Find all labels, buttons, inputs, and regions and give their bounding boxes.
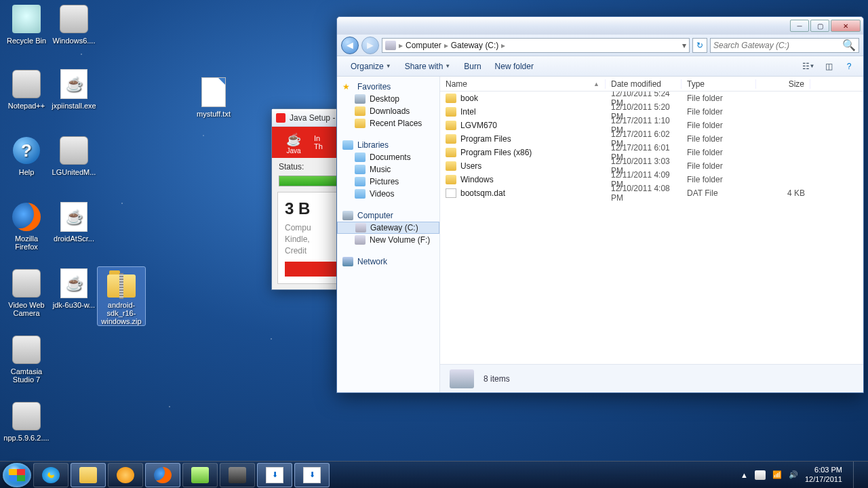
explorer-toolbar: Organize▼ Share with▼ Burn New folder ☷▼… bbox=[337, 56, 863, 77]
nav-gateway-c[interactable]: Gateway (C:) bbox=[337, 222, 439, 234]
maximize-button[interactable]: ▢ bbox=[810, 20, 829, 32]
help-button[interactable]: ? bbox=[842, 60, 856, 73]
start-button[interactable] bbox=[3, 463, 31, 487]
folder-icon bbox=[446, 94, 456, 103]
nav-computer[interactable]: Computer bbox=[337, 209, 439, 222]
ie-icon bbox=[42, 467, 60, 483]
file-name: bootsqm.dat bbox=[460, 188, 505, 198]
organize-menu[interactable]: Organize▼ bbox=[344, 62, 398, 71]
breadcrumb-computer[interactable]: Computer bbox=[406, 41, 441, 50]
network-icon[interactable]: 📶 bbox=[772, 470, 782, 479]
taskbar[interactable]: ⬇ ⬇ ▲ 📶 🔊 6:03 PM 12/17/2011 bbox=[0, 461, 868, 488]
desktop-icon bbox=[355, 94, 366, 104]
taskbar-media-player[interactable] bbox=[108, 463, 143, 487]
file-type: DAT File bbox=[682, 188, 756, 198]
system-tray[interactable]: ▲ 📶 🔊 6:03 PM 12/17/2011 bbox=[741, 462, 865, 489]
file-name: Intel bbox=[460, 107, 476, 117]
volume-icon[interactable]: 🔊 bbox=[789, 470, 798, 479]
nav-new-volume-f[interactable]: New Volume (F:) bbox=[337, 234, 439, 246]
taskbar-explorer[interactable] bbox=[71, 463, 106, 487]
file-type: File folder bbox=[682, 148, 756, 157]
show-desktop-button[interactable] bbox=[853, 462, 861, 489]
col-size[interactable]: Size bbox=[756, 79, 810, 89]
nav-libraries[interactable]: Libraries bbox=[337, 139, 439, 151]
share-with-menu[interactable]: Share with▼ bbox=[398, 62, 458, 71]
folder-icon bbox=[446, 161, 456, 171]
col-date[interactable]: Date modified bbox=[606, 79, 682, 89]
preview-pane-button[interactable]: ◫ bbox=[821, 60, 836, 73]
breadcrumb-drive[interactable]: Gateway (C:) bbox=[451, 41, 499, 50]
desktop-icon-label: Notepad++ bbox=[3, 102, 50, 110]
file-name: Program Files (x86) bbox=[460, 148, 532, 157]
app-icon bbox=[10, 400, 43, 432]
desktop-icon-npp-5-9-6-2-[interactable]: npp.5.9.6.2.... bbox=[3, 400, 50, 442]
nav-desktop[interactable]: Desktop bbox=[337, 93, 439, 105]
network-icon bbox=[342, 257, 353, 266]
taskbar-camera[interactable] bbox=[220, 463, 255, 487]
folder-icon bbox=[355, 119, 366, 128]
file-row[interactable]: bootsqm.dat12/10/2011 4:08 PMDAT File4 K… bbox=[440, 186, 863, 200]
col-name[interactable]: Name▲ bbox=[440, 79, 606, 89]
col-type[interactable]: Type bbox=[682, 79, 756, 89]
breadcrumb-dropdown-icon[interactable]: ▾ bbox=[682, 41, 686, 50]
nav-documents[interactable]: Documents bbox=[337, 151, 439, 163]
desktop-icon-mystuff-txt[interactable]: mystuff.txt bbox=[190, 76, 237, 118]
installer-icon: ⬇ bbox=[303, 467, 321, 483]
folder-icon bbox=[355, 106, 366, 116]
nav-network[interactable]: Network bbox=[337, 256, 439, 268]
desktop-icon-droidatscr-[interactable]: ☕droidAtScr... bbox=[50, 201, 98, 243]
file-date: 12/10/2011 4:08 PM bbox=[606, 184, 682, 203]
back-button[interactable]: ◄ bbox=[341, 37, 359, 54]
pictures-icon bbox=[355, 177, 366, 186]
desktop-icon-windows6-[interactable]: Windows6.... bbox=[50, 3, 98, 45]
new-folder-button[interactable]: New folder bbox=[488, 62, 540, 71]
desktop-icon-jxpiinstall-exe[interactable]: ☕jxpiinstall.exe bbox=[50, 68, 98, 110]
desktop-icon-label: LGUnitedM... bbox=[50, 168, 98, 176]
file-type: File folder bbox=[682, 107, 756, 117]
desktop-icon-video-web-camera[interactable]: Video Web Camera bbox=[3, 267, 50, 317]
nav-recent-places[interactable]: Recent Places bbox=[337, 117, 439, 129]
search-input[interactable] bbox=[713, 41, 842, 50]
close-button[interactable]: ✕ bbox=[831, 20, 861, 32]
explorer-titlebar[interactable]: ─ ▢ ✕ bbox=[337, 17, 863, 35]
status-bar: 8 items bbox=[440, 364, 863, 392]
nav-videos[interactable]: Videos bbox=[337, 188, 439, 200]
refresh-button[interactable]: ↻ bbox=[692, 38, 707, 53]
minimize-button[interactable]: ─ bbox=[790, 20, 809, 32]
desktop-icon-mozilla-firefox[interactable]: Mozilla Firefox bbox=[3, 201, 50, 251]
desktop-icon-lgunitedm-[interactable]: LGUnitedM... bbox=[50, 134, 98, 176]
taskbar-firefox[interactable] bbox=[145, 463, 180, 487]
nav-pictures[interactable]: Pictures bbox=[337, 176, 439, 188]
view-options-button[interactable]: ☷▼ bbox=[801, 60, 816, 73]
drive-icon bbox=[450, 369, 474, 388]
taskbar-java-installer-2[interactable]: ⬇ bbox=[294, 463, 330, 487]
clock[interactable]: 6:03 PM 12/17/2011 bbox=[805, 466, 842, 483]
action-center-icon[interactable] bbox=[755, 470, 766, 480]
navigation-pane[interactable]: ★Favorites Desktop Downloads Recent Plac… bbox=[337, 77, 440, 392]
burn-button[interactable]: Burn bbox=[457, 62, 488, 71]
desktop-icon-recycle-bin[interactable]: Recycle Bin bbox=[3, 3, 50, 45]
breadcrumb[interactable]: ▸ Computer ▸ Gateway (C:) ▸ ▾ bbox=[382, 38, 690, 53]
taskbar-notepad[interactable] bbox=[182, 463, 218, 487]
folder-icon bbox=[446, 134, 456, 144]
nav-favorites[interactable]: ★Favorites bbox=[337, 81, 439, 93]
nav-music[interactable]: Music bbox=[337, 163, 439, 176]
nav-downloads[interactable]: Downloads bbox=[337, 105, 439, 117]
desktop-icon-camtasia-studio-7[interactable]: Camtasia Studio 7 bbox=[3, 333, 50, 384]
column-headers[interactable]: Name▲ Date modified Type Size bbox=[440, 77, 863, 92]
explorer-window[interactable]: ─ ▢ ✕ ◄ ► ▸ Computer ▸ Gateway (C:) ▸ ▾ … bbox=[336, 16, 864, 393]
search-box[interactable]: 🔍 bbox=[710, 38, 859, 53]
java-logo: ☕ Java bbox=[279, 132, 309, 152]
show-hidden-icons[interactable]: ▲ bbox=[741, 471, 748, 479]
taskbar-ie[interactable] bbox=[33, 463, 68, 487]
file-name: Windows bbox=[460, 175, 494, 184]
java-title-icon bbox=[276, 113, 285, 123]
drive-icon bbox=[355, 235, 366, 245]
desktop-icon-android-sdk-r16-windows-zip[interactable]: android-sdk_r16-windows.zip bbox=[98, 267, 145, 325]
desktop-icon-help[interactable]: ?Help bbox=[3, 134, 50, 176]
desktop-icon-notepad-[interactable]: Notepad++ bbox=[3, 68, 50, 110]
taskbar-java-installer[interactable]: ⬇ bbox=[257, 463, 292, 487]
desktop-icon-jdk-6u30-w-[interactable]: ☕jdk-6u30-w... bbox=[50, 267, 98, 309]
app-icon bbox=[10, 267, 43, 300]
forward-button[interactable]: ► bbox=[361, 37, 379, 54]
